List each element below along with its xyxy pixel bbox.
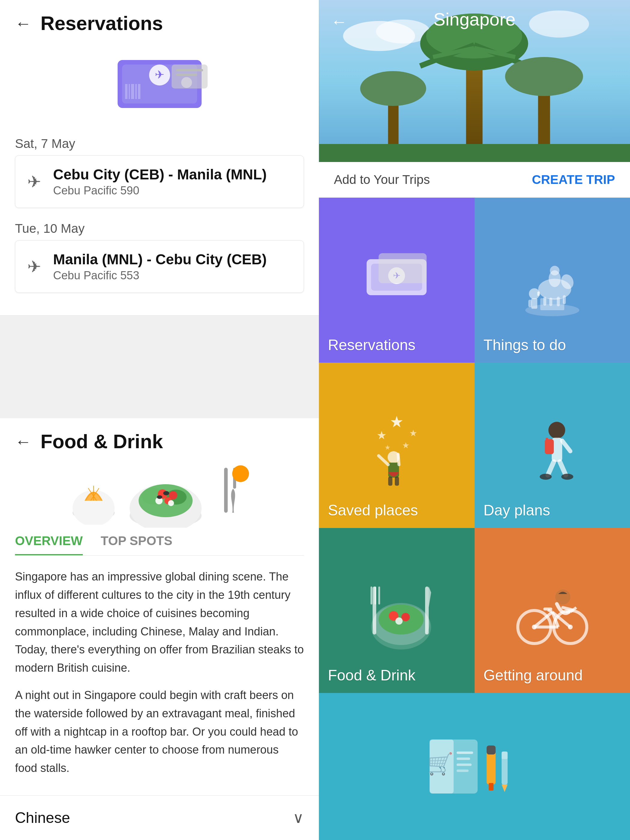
- svg-point-32: [232, 465, 249, 482]
- chinese-dropdown[interactable]: Chinese ∨: [0, 795, 319, 840]
- svg-point-93: [395, 617, 403, 625]
- svg-rect-117: [456, 758, 470, 760]
- reservations-tile-svg: ✈: [355, 238, 439, 322]
- flight-card-2[interactable]: ✈ Manila (MNL) - Cebu City (CEB) Cebu Pa…: [15, 240, 304, 293]
- svg-text:★: ★: [385, 444, 391, 451]
- right-panel: ← Singapore: [319, 0, 630, 840]
- overview-para2: A night out in Singapore could begin wit…: [15, 686, 304, 777]
- tile-saved-places[interactable]: ★ ★ ★ ★ ★: [319, 363, 475, 528]
- svg-line-75: [379, 456, 388, 465]
- tile-last[interactable]: 🛒: [319, 693, 630, 840]
- tab-overview[interactable]: OVERVIEW: [15, 534, 83, 555]
- tile-label-food: Food & Drink: [328, 666, 415, 684]
- flight-card-1[interactable]: ✈ Cebu City (CEB) - Manila (MNL) Cebu Pa…: [15, 155, 304, 208]
- tabs-row: OVERVIEW TOP SPOTS: [15, 534, 304, 556]
- reservations-back-button[interactable]: ←: [15, 14, 32, 33]
- svg-rect-119: [456, 769, 469, 772]
- svg-point-29: [157, 495, 162, 499]
- svg-rect-97: [378, 586, 380, 605]
- create-trip-button[interactable]: CREATE TRIP: [532, 172, 615, 187]
- tab-topspots[interactable]: TOP SPOTS: [101, 534, 172, 555]
- svg-point-12: [181, 77, 192, 88]
- ticket-illustration-svg: ✈: [99, 48, 219, 114]
- svg-line-84: [548, 462, 554, 475]
- svg-line-76: [398, 454, 399, 465]
- food-header: ← Food & Drink: [15, 430, 304, 453]
- svg-line-85: [560, 462, 566, 475]
- svg-marker-125: [502, 785, 508, 792]
- left-panel: ← Reservations ✈: [0, 0, 319, 840]
- svg-rect-65: [531, 298, 537, 309]
- svg-rect-48: [319, 144, 630, 162]
- tile-label-dayplans: Day plans: [483, 502, 550, 519]
- svg-rect-116: [456, 752, 473, 754]
- svg-point-36: [529, 11, 589, 38]
- svg-rect-11: [176, 74, 197, 76]
- date-label-1: Sat, 7 May: [15, 131, 304, 155]
- tile-things-to-do[interactable]: Things to do: [475, 198, 630, 363]
- tile-label-saved: Saved places: [328, 502, 418, 519]
- svg-text:★: ★: [376, 429, 387, 442]
- flight-icon-1: ✈: [27, 172, 41, 191]
- svg-rect-82: [546, 438, 548, 442]
- svg-rect-124: [502, 752, 508, 759]
- svg-rect-95: [371, 586, 372, 605]
- orange-plate-svg: [69, 465, 118, 525]
- food-illustration: [15, 462, 304, 528]
- reservations-section: ← Reservations ✈: [0, 0, 319, 316]
- svg-rect-4: [131, 84, 134, 99]
- svg-point-59: [550, 266, 559, 275]
- tile-day-plans[interactable]: Day plans: [475, 363, 630, 528]
- tile-label-things: Things to do: [483, 336, 566, 354]
- add-trips-text: Add to Your Trips: [334, 172, 430, 187]
- svg-point-86: [540, 474, 552, 480]
- svg-rect-3: [129, 84, 130, 99]
- svg-rect-63: [563, 295, 566, 304]
- overview-para1: Singapore has an impressive global dinin…: [15, 568, 304, 677]
- svg-rect-30: [224, 468, 228, 513]
- tile-reservations[interactable]: ✈ Reservations: [319, 198, 475, 363]
- svg-rect-5: [135, 84, 137, 99]
- svg-line-112: [563, 608, 573, 610]
- svg-rect-61: [549, 298, 552, 306]
- hero-back-button[interactable]: ←: [331, 12, 347, 31]
- food-back-button[interactable]: ←: [15, 432, 32, 451]
- flight-info-2: Manila (MNL) - Cebu City (CEB) Cebu Paci…: [53, 251, 267, 282]
- food-title: Food & Drink: [41, 430, 163, 453]
- svg-text:★: ★: [402, 441, 409, 450]
- flight-route-1: Cebu City (CEB) - Manila (MNL): [53, 166, 267, 183]
- dropdown-chevron-icon: ∨: [293, 809, 304, 826]
- cutlery-svg: [213, 462, 249, 528]
- svg-point-92: [401, 613, 410, 621]
- flight-airline-2: Cebu Pacific 553: [53, 269, 267, 282]
- reservations-title: Reservations: [41, 12, 163, 35]
- flight-route-2: Manila (MNL) - Cebu City (CEB): [53, 251, 267, 268]
- salad-plate-svg: [123, 462, 208, 528]
- flight-info-1: Cebu City (CEB) - Manila (MNL) Cebu Paci…: [53, 166, 267, 197]
- flight-icon-2: ✈: [27, 257, 41, 276]
- tile-food-drink[interactable]: Food & Drink: [319, 528, 475, 693]
- svg-text:★: ★: [409, 428, 417, 438]
- svg-rect-6: [138, 84, 141, 99]
- tile-getting-around[interactable]: Getting around: [475, 528, 630, 693]
- svg-line-83: [562, 441, 570, 451]
- overview-text: Singapore has an impressive global dinin…: [15, 568, 304, 795]
- svg-rect-66: [528, 300, 532, 307]
- svg-rect-67: [537, 292, 540, 296]
- svg-point-87: [561, 474, 573, 480]
- svg-rect-96: [374, 586, 376, 605]
- tile-label-getting: Getting around: [483, 666, 583, 684]
- getting-tile-svg: [510, 568, 594, 652]
- svg-rect-122: [489, 783, 494, 791]
- chinese-label: Chinese: [15, 809, 70, 826]
- svg-rect-2: [125, 84, 128, 99]
- svg-point-79: [548, 422, 565, 439]
- things-tile-svg: [510, 238, 594, 322]
- add-trips-bar: Add to Your Trips CREATE TRIP: [319, 162, 630, 198]
- svg-text:🛒: 🛒: [427, 752, 453, 777]
- svg-rect-77: [388, 477, 392, 486]
- reservations-header: ← Reservations: [15, 12, 304, 35]
- reservation-illustration: ✈: [15, 44, 304, 118]
- food-section: ← Food & Drink: [0, 418, 319, 795]
- svg-text:✈: ✈: [155, 68, 164, 81]
